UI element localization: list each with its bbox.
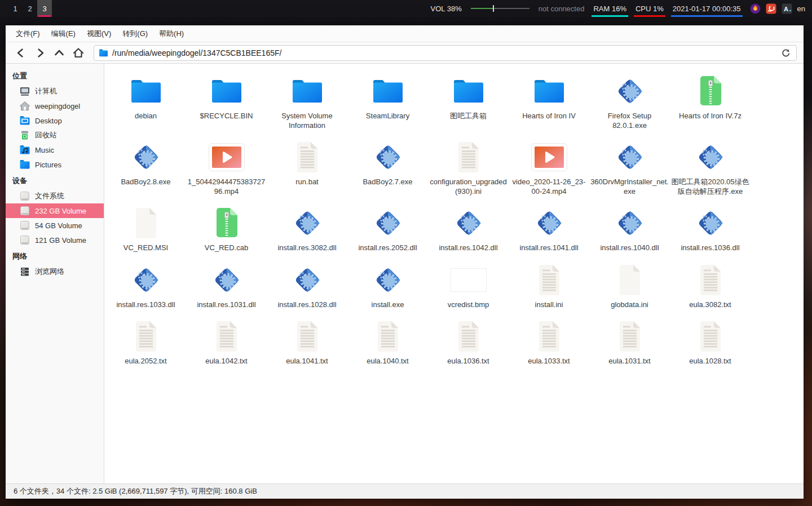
home-button[interactable] [70, 45, 87, 61]
file-item[interactable]: install.res.1042.dll [428, 206, 509, 253]
up-button[interactable] [51, 45, 68, 61]
sidebar-item-label: weepingdogel [35, 102, 80, 110]
file-item[interactable]: BadBoy2.7.exe [347, 140, 428, 196]
workspace-switcher: 1 2 3 [8, 0, 52, 17]
sidebar-item-计算机[interactable]: 计算机 [6, 84, 104, 99]
sidebar-item-121-gb-volume[interactable]: 121 GB Volume [6, 233, 104, 247]
sidebar-item-label: Music [35, 146, 54, 154]
red-app-tray-icon[interactable] [766, 3, 776, 14]
file-name: eula.1042.txt [205, 357, 247, 366]
sidebar-item-浏览网络[interactable]: 浏览网络 [6, 264, 104, 279]
sidebar-item-music[interactable]: Music [6, 143, 104, 157]
input-method-tray-icon[interactable]: A [782, 3, 792, 14]
file-item[interactable]: eula.1040.txt [347, 319, 428, 366]
file-item[interactable]: eula.1041.txt [267, 319, 347, 366]
file-item[interactable]: VC_RED.cab [186, 206, 267, 253]
menu-view[interactable]: 视图(V) [81, 25, 117, 42]
file-item[interactable]: debian [105, 74, 186, 130]
sidebar-section-header: 位置 [6, 67, 104, 84]
up-icon [54, 47, 65, 59]
file-item[interactable]: 图吧工具箱 [428, 74, 509, 130]
folder-icon [130, 74, 162, 109]
text-file-icon [456, 140, 482, 175]
sidebar-item-pictures[interactable]: Pictures [6, 157, 104, 172]
path-bar[interactable]: /run/media/weepingdogel/1347C5CB1BEE165F… [94, 45, 797, 61]
menu-file[interactable]: 文件(F) [10, 25, 46, 42]
menu-help[interactable]: 帮助(H) [153, 25, 189, 42]
executable-icon [210, 263, 243, 298]
file-item[interactable]: install.res.1031.dll [186, 263, 267, 310]
sidebar-item-回收站[interactable]: 回收站 [6, 128, 104, 143]
forward-button[interactable] [32, 45, 48, 61]
sidebar-item-232-gb-volume[interactable]: 232 GB Volume [6, 203, 104, 218]
file-item[interactable]: video_2020-11-26_23-00-24.mp4 [509, 140, 589, 196]
sidebar-item-文件系统[interactable]: 文件系统 [6, 189, 104, 203]
workspace-button-3[interactable]: 3 [37, 0, 52, 17]
nightly-browser-tray-icon[interactable] [750, 3, 761, 14]
sidebar-item-label: 232 GB Volume [35, 207, 86, 215]
file-item[interactable]: eula.1031.txt [589, 319, 670, 366]
file-item[interactable]: eula.2052.txt [105, 319, 186, 366]
workspace-button-2[interactable]: 2 [23, 0, 37, 17]
sidebar-item-desktop[interactable]: Desktop [6, 113, 104, 128]
menu-go[interactable]: 转到(G) [117, 25, 153, 42]
file-item[interactable]: 1_5044294447538372796.mp4 [186, 140, 267, 196]
back-button[interactable] [12, 45, 29, 61]
keyboard-layout-label[interactable]: en [797, 5, 805, 13]
file-item[interactable]: vcredist.bmp [428, 263, 509, 310]
file-item[interactable]: install.res.3082.dll [267, 206, 347, 253]
path-text[interactable]: /run/media/weepingdogel/1347C5CB1BEE165F… [112, 48, 775, 57]
ram-label: RAM 16% [593, 5, 626, 13]
file-item[interactable]: install.res.1028.dll [267, 263, 347, 310]
file-item[interactable]: install.exe [347, 263, 428, 310]
file-name: BadBoy2.7.exe [363, 177, 412, 187]
text-file-icon [698, 263, 723, 298]
file-item[interactable]: 图吧工具箱2020.05绿色版自动解压程序.exe [670, 140, 751, 196]
file-item[interactable]: VC_RED.MSI [105, 206, 186, 253]
sidebar-item-label: 回收站 [35, 130, 57, 140]
file-item[interactable]: System Volume Information [267, 74, 347, 130]
volume-slider[interactable] [471, 8, 529, 9]
text-file-icon [536, 263, 562, 298]
file-name: VC_RED.cab [205, 243, 248, 253]
sidebar-item-54-gb-volume[interactable]: 54 GB Volume [6, 218, 104, 233]
file-item[interactable]: configuration_upgraded(930).ini [428, 140, 509, 196]
file-item[interactable]: eula.1036.txt [428, 319, 509, 366]
text-file-icon [294, 140, 320, 175]
status-text: 6 个文件夹，34 个文件: 2.5 GiB (2,669,711,597 字节… [14, 486, 257, 496]
ram-underline [592, 15, 628, 17]
refresh-button[interactable] [779, 47, 792, 59]
file-item[interactable]: eula.3082.txt [670, 263, 751, 310]
file-item[interactable]: install.res.1040.dll [589, 206, 670, 253]
file-item[interactable]: BadBoy2.8.exe [105, 140, 186, 196]
menu-edit[interactable]: 编辑(E) [46, 25, 81, 42]
file-item[interactable]: eula.1042.txt [186, 319, 267, 366]
file-name: install.res.1031.dll [197, 300, 255, 310]
file-item[interactable]: $RECYCLE.BIN [186, 74, 267, 130]
file-grid: debian $RECYCLE.BIN System Volume Inform… [104, 64, 804, 366]
executable-icon [291, 206, 324, 241]
top-panel: 1 2 3 VOL 38% not connected RAM 16% CPU … [0, 0, 812, 17]
clock-underline [671, 15, 743, 17]
archive-icon [698, 74, 723, 109]
file-item[interactable]: SteamLibrary [347, 74, 428, 130]
file-item[interactable]: Firefox Setup 82.0.1.exe [589, 74, 670, 130]
file-manager-window: 文件(F) 编辑(E) 视图(V) 转到(G) 帮助(H) [6, 25, 804, 499]
sidebar-item-weepingdogel[interactable]: weepingdogel [6, 99, 104, 113]
sidebar-section-header: 设备 [6, 172, 104, 189]
file-item[interactable]: install.res.1036.dll [670, 206, 751, 253]
network-status-label: not connected [539, 5, 585, 13]
workspace-button-1[interactable]: 1 [8, 0, 23, 17]
file-item[interactable]: install.res.1041.dll [509, 206, 589, 253]
file-item[interactable]: globdata.ini [589, 263, 670, 310]
file-item[interactable]: install.ini [509, 263, 589, 310]
file-item[interactable]: install.res.1033.dll [105, 263, 186, 310]
file-item[interactable]: install.res.2052.dll [347, 206, 428, 253]
file-item[interactable]: eula.1033.txt [509, 319, 589, 366]
file-item[interactable]: eula.1028.txt [670, 319, 751, 366]
file-item[interactable]: Hearts of Iron IV.7z [670, 74, 751, 130]
volume-slider-handle[interactable] [493, 5, 494, 12]
file-item[interactable]: run.bat [267, 140, 347, 196]
file-item[interactable]: Hearts of Iron IV [509, 74, 589, 130]
file-item[interactable]: 360DrvMgrInstaller_net.exe [589, 140, 670, 196]
